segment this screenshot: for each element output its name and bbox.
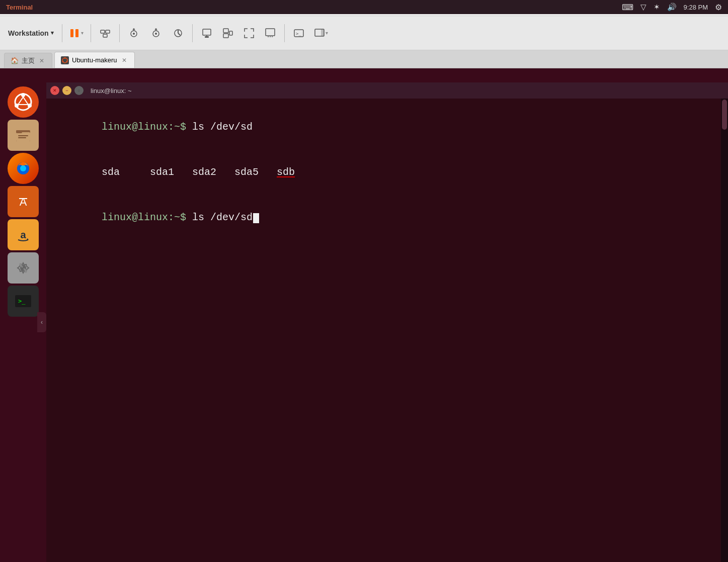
prompt-1: linux@linux:~$ [102,121,192,133]
svg-point-27 [64,57,66,59]
launcher-icon-firefox[interactable] [8,153,39,184]
svg-point-28 [62,61,64,62]
svg-line-13 [178,33,180,35]
keyboard-icon: ⌨ [622,3,633,12]
command-3: ls /dev/sd [192,212,253,223]
tab-bar: 🏠 主页 ✕ Ubuntu-makeru ✕ [0,50,728,68]
svg-point-31 [21,93,25,97]
svg-point-10 [155,33,157,35]
terminal-scrollbar[interactable] [721,99,728,562]
pause-icon [69,28,80,39]
svg-rect-2 [70,29,73,37]
cursor [253,213,259,223]
wifi-icon: ▽ [640,3,646,12]
svg-point-29 [66,61,68,62]
launcher-icon-appstore[interactable]: A [8,186,39,217]
command-1: ls /dev/sd [192,121,253,133]
vm-status-header: Terminal ⌨ ▽ ✶ 🔊 9:28 PM ⚙ [0,0,728,14]
svg-text:a: a [20,229,26,240]
view-dropdown-arrow: ▾ [326,30,328,36]
unity-view-icon [222,28,233,39]
launcher-icon-ubuntu[interactable] [8,86,39,118]
terminal-label: Terminal [6,4,33,11]
toolbar: Workstation ▾ ▾ [0,16,728,50]
launcher-collapse-handle[interactable]: ‹ [37,312,46,332]
toolbar-sep-3 [119,24,120,42]
home-tab-close[interactable]: ✕ [38,57,46,65]
files-icon [13,125,33,145]
snapshot-manager-icon [173,28,184,39]
tab-ubuntu[interactable]: Ubuntu-makeru ✕ [54,52,135,68]
ubuntu-logo-icon [13,92,33,112]
appstore-icon: A [13,192,33,212]
view-expand-icon [314,28,325,39]
bluetooth-icon: ✶ [654,3,660,12]
svg-rect-38 [16,132,30,141]
svg-rect-15 [205,36,209,38]
toolbar-sep-2 [91,24,91,42]
svg-text:A: A [20,196,27,208]
launcher-icon-settings[interactable] [8,252,39,284]
amazon-icon: a [13,225,33,245]
snapshot-manager-button[interactable] [168,23,188,43]
terminal-line-2: sda sda1 sda2 sda5 sdb [53,150,721,195]
toolbar-sep-1 [62,24,62,42]
scrollbar-thumb[interactable] [722,100,727,130]
svg-rect-4 [101,30,105,33]
ubuntu-vmbar: Terminal ⌨ ▽ ✶ 🔊 9:28 PM ⚙ [0,0,728,14]
svg-line-35 [23,97,28,105]
svg-rect-6 [103,34,107,37]
terminal-line-3: linux@linux:~$ ls /dev/sd [53,195,721,240]
home-tab-label: 主页 [22,56,35,65]
firefox-icon [13,158,33,178]
terminal-content[interactable]: linux@linux:~$ ls /dev/sd sda sda1 sda2 … [46,99,728,562]
autofit-icon [265,28,276,39]
fullscreen-button[interactable] [239,23,259,43]
svg-line-34 [18,97,23,105]
terminal-close-button[interactable]: ✕ [50,86,59,95]
launcher-icon-amazon[interactable]: a [8,219,39,250]
close-x: ✕ [53,88,57,93]
terminal-container: ✕ − ○ linux@linux: ~ linux@linux:~$ ls /… [46,82,728,562]
workstation-label: Workstation [8,29,49,37]
normal-view-button[interactable] [197,23,217,43]
svg-rect-41 [18,137,26,138]
min-dash: − [65,88,68,93]
vm-area: Terminal ⌨ ▽ ✶ 🔊 9:28 PM ⚙ [0,68,728,562]
view-group [197,23,280,43]
system-tray: ⌨ ▽ ✶ 🔊 9:28 PM ⚙ [622,3,722,12]
workstation-dropdown[interactable]: Workstation ▾ [4,27,58,39]
unity-view-button[interactable] [218,23,238,43]
pause-button[interactable]: ▾ [66,23,87,43]
svg-rect-40 [18,135,28,136]
toolbar-sep-4 [192,24,193,42]
output-sdb: sdb [277,166,295,178]
launcher-icon-terminal[interactable]: >_ [8,286,39,317]
terminal-minimize-button[interactable]: − [62,86,71,95]
svg-rect-20 [266,29,275,36]
ubuntu-tab-close[interactable]: ✕ [120,56,128,64]
show-terminal-button[interactable]: >_ [289,23,309,43]
take-snapshot-button[interactable] [124,23,144,43]
revert-snapshot-button[interactable] [146,23,166,43]
output-sda: sda sda1 sda2 sda5 [102,166,277,178]
tab-home[interactable]: 🏠 主页 ✕ [4,53,52,68]
terminal-maximize-button[interactable]: ○ [74,86,84,95]
terminal-launcher-icon: >_ [13,291,33,311]
system-clock: 9:28 PM [684,4,708,11]
svg-rect-17 [223,29,228,33]
normal-view-icon [201,28,212,39]
ctrl-alt-del-icon [100,28,111,39]
autofit-button[interactable] [260,23,280,43]
launcher: A a [0,82,46,562]
terminal-icon: >_ [293,28,304,39]
max-circle: ○ [77,88,80,93]
pause-dropdown-arrow: ▾ [81,30,84,36]
view-dropdown-button[interactable]: ▾ [311,23,331,43]
send-ctrl-alt-del-button[interactable] [95,23,115,43]
terminal-titlebar: ✕ − ○ linux@linux: ~ [46,82,728,99]
svg-text:>_: >_ [18,298,26,305]
launcher-icon-files[interactable] [8,120,39,151]
terminal-line-1: linux@linux:~$ ls /dev/sd [53,105,721,150]
home-tab-icon: 🏠 [11,57,19,64]
